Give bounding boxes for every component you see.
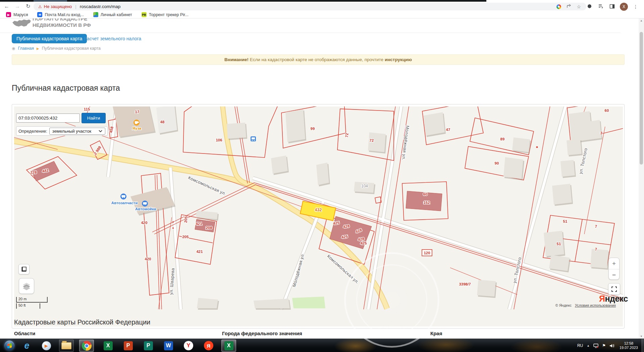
taskbar-internet-explorer[interactable]: e	[19, 340, 34, 352]
taskbar-chrome-active[interactable]	[79, 340, 94, 352]
parcel-label[interactable]: 120	[424, 251, 430, 255]
street-label: Молодёжная ул.	[291, 253, 305, 288]
car-wash-icon[interactable]	[142, 201, 148, 207]
bookmark-torrent[interactable]: PB Торрент трекер Pir...	[142, 12, 189, 17]
parcel-label[interactable]: 228	[30, 170, 37, 174]
taskbar-powerpoint[interactable]: P	[121, 340, 136, 352]
cadastral-number-input[interactable]	[16, 114, 80, 123]
search-button[interactable]: Найти	[82, 113, 106, 123]
taskbar-excel[interactable]: X	[101, 340, 115, 352]
url-text[interactable]: roscadastr.com/map	[80, 4, 121, 9]
parcel-label[interactable]: 72	[370, 138, 374, 142]
action-center-flag-icon[interactable]: ⚑	[602, 343, 606, 348]
scrollbar-thumb[interactable]	[640, 32, 643, 165]
page-scrollbar[interactable]: ▲ ▼	[639, 18, 644, 339]
parcel-label[interactable]: 205	[182, 235, 189, 239]
zoom-out-button[interactable]: −	[609, 269, 619, 280]
parcel-label[interactable]: 106	[216, 138, 222, 142]
taskbar-file-explorer[interactable]	[59, 340, 74, 352]
show-hidden-icons[interactable]: ▲	[587, 344, 590, 347]
menu-dots-icon[interactable]: ⋮	[632, 4, 639, 9]
parcel-label[interactable]: 115	[84, 107, 90, 111]
parcel-label[interactable]: 420	[141, 221, 147, 225]
parcel-label[interactable]: 421	[196, 222, 202, 226]
parcel-label[interactable]: 89	[500, 137, 505, 141]
tab-land-tax[interactable]: Расчет земельного налога	[84, 36, 141, 41]
parcel-label[interactable]: 60	[423, 192, 428, 196]
parcel-label[interactable]: 17	[135, 110, 140, 114]
taskbar-word[interactable]: W	[161, 340, 176, 352]
parcel-label[interactable]: 90	[495, 161, 499, 165]
yandex-logo[interactable]: Яндекс	[599, 294, 628, 304]
layers-button[interactable]	[19, 278, 34, 294]
taskbar-excel-doc-active[interactable]: X	[221, 340, 236, 352]
parcel-label[interactable]: 104	[361, 184, 368, 188]
parcel-label[interactable]: 421	[196, 250, 203, 254]
scroll-up-icon[interactable]: ▲	[639, 19, 644, 22]
parcel-label[interactable]: 7	[595, 224, 597, 228]
parcel-label[interactable]: 420	[145, 257, 151, 261]
parcel-label[interactable]: 3398/7	[459, 282, 471, 286]
reading-list-icon[interactable]	[597, 4, 604, 10]
terms-link[interactable]: Условия использования	[575, 303, 616, 307]
bookmark-mailru[interactable]: ✉ Почта Mail.ru вход...	[37, 12, 84, 17]
side-panel-icon[interactable]	[608, 4, 616, 10]
warning-instruction-link[interactable]: инструкцию	[385, 57, 412, 62]
language-indicator[interactable]: RU	[577, 343, 583, 348]
extensions-puzzle-icon[interactable]	[586, 4, 593, 10]
ruler-icon	[21, 266, 27, 272]
clock-date: 19.07.2023	[620, 346, 638, 350]
bus-stop-icon[interactable]	[251, 136, 256, 141]
parcel-label[interactable]: 47	[446, 128, 450, 132]
zoom-in-button[interactable]: +	[609, 258, 619, 269]
parcel-label[interactable]: 51	[557, 242, 561, 246]
bookmark-star-icon[interactable]: ☆	[577, 4, 581, 9]
forward-icon[interactable]: →	[13, 3, 21, 10]
footer-col-oblasti[interactable]: Области	[14, 331, 35, 336]
cafe-yauza-icon[interactable]	[133, 120, 140, 126]
parcel-label[interactable]: 99	[311, 127, 315, 131]
measure-button[interactable]	[18, 264, 30, 274]
parcel-label[interactable]: 60	[605, 108, 609, 113]
taskbar-publisher[interactable]: P	[141, 340, 156, 352]
footer-col-krai[interactable]: Края	[430, 331, 442, 336]
parcel-label[interactable]: 3	[600, 131, 602, 135]
parcel-label[interactable]: 48	[160, 120, 165, 124]
breadcrumb-home[interactable]: Главная	[18, 46, 34, 51]
show-desktop-button[interactable]	[642, 339, 644, 352]
fullscreen-button[interactable]	[608, 283, 620, 295]
taskbar-y-browser[interactable]: Y	[181, 340, 196, 352]
network-tray-icon[interactable]	[593, 344, 598, 348]
filter-select[interactable]: земельный участок	[49, 128, 105, 135]
security-warning-icon[interactable]: ⚠	[38, 4, 42, 9]
taskbar-clock[interactable]: 12:58 19.07.2023	[620, 341, 638, 350]
parcel-label[interactable]: 425	[360, 241, 367, 245]
parcel-label[interactable]: 51	[563, 219, 568, 223]
tab-public-map[interactable]: Публичная кадастровая карта	[12, 34, 87, 43]
parcel-label[interactable]: 152	[423, 201, 430, 205]
bookmark-lichny-kabinet[interactable]: Личный кабинет	[93, 12, 132, 17]
share-icon[interactable]	[567, 4, 571, 9]
parcel-label[interactable]: 208	[206, 226, 212, 230]
footer-col-cities[interactable]: Города федерального значения	[222, 331, 302, 336]
browser-toolbar: ← → ↻ ⚠ Не защищено | roscadastr.com/map…	[0, 2, 644, 11]
taskbar-media-player[interactable]: ▶	[39, 340, 54, 352]
auto-parts-icon[interactable]	[120, 193, 126, 200]
map-canvas[interactable]: 11517484582 9881069972724789906032284421…	[14, 106, 623, 326]
y-browser-icon: Y	[184, 341, 193, 350]
white-roads-casing	[108, 106, 623, 309]
back-icon[interactable]: ←	[3, 3, 11, 10]
volume-tray-icon[interactable]	[609, 344, 614, 348]
address-bar[interactable]: ⚠ Не защищено | roscadastr.com/map ☆	[34, 3, 586, 10]
parcel-label[interactable]: 72	[344, 133, 349, 138]
google-icon[interactable]	[556, 4, 561, 9]
taskbar-yandex[interactable]: Я	[201, 340, 216, 352]
parcel-label[interactable]: 7	[595, 247, 597, 251]
parcel-label[interactable]: 205	[183, 216, 188, 223]
profile-avatar[interactable]: X	[620, 3, 628, 11]
parcel-label[interactable]: 432	[315, 208, 322, 212]
start-button[interactable]	[2, 340, 17, 352]
scroll-down-icon[interactable]: ▼	[639, 335, 644, 338]
bookmark-marusia[interactable]: ▶ Маруся	[6, 12, 28, 17]
reload-icon[interactable]: ↻	[24, 3, 32, 10]
